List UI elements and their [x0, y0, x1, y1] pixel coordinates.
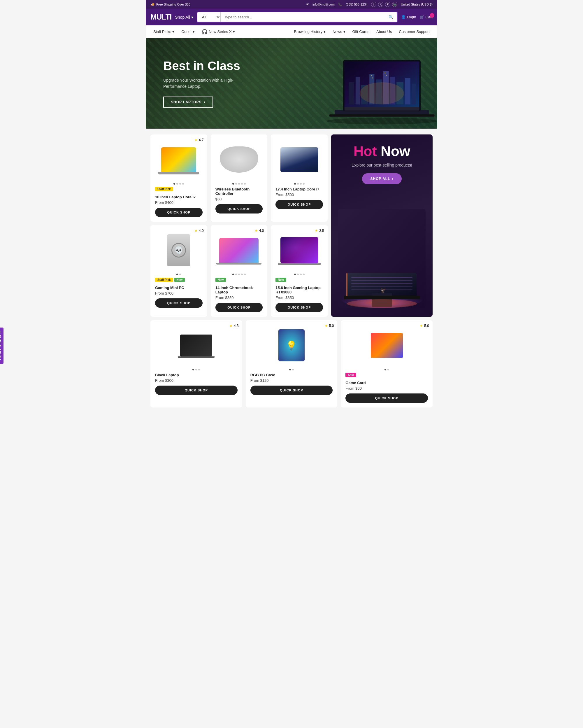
dot	[235, 274, 237, 275]
dot	[387, 369, 389, 370]
hero-title: Best in Class	[163, 59, 251, 73]
cart-button[interactable]: 🛒 Cart 1	[419, 15, 433, 19]
hero-subtitle: Upgrade Your Workstation with a High-Per…	[163, 77, 251, 89]
svg-rect-27	[351, 283, 413, 284]
game-card-image	[371, 333, 403, 358]
headphone-icon: 🎧	[202, 29, 207, 34]
svg-rect-7	[356, 77, 360, 104]
quick-shop-button-8[interactable]: QUICK SHOP	[250, 386, 333, 395]
product-image-5	[215, 230, 263, 271]
hot-pink-text: Hot	[354, 144, 377, 159]
quick-shop-button-6[interactable]: QUICK SHOP	[275, 303, 323, 312]
cart-icon: 🛒	[419, 15, 424, 19]
user-icon: 👤	[401, 15, 406, 19]
dot	[173, 183, 175, 185]
new-badge: New	[215, 278, 226, 282]
product-dots-5	[215, 274, 263, 275]
quick-shop-button-7[interactable]: QUICK SHOP	[155, 386, 238, 395]
star-icon: ★	[229, 324, 232, 328]
shop-all-button[interactable]: Shop All ▾	[175, 15, 193, 20]
hot-now-shop-all-button[interactable]: SHOP ALL ›	[362, 173, 401, 184]
product-card-6: ★ 3.5 New 15.6 Inch Gaming Laptop RTX308…	[271, 225, 328, 317]
black-laptop-image	[180, 335, 212, 357]
product-card-7: ★ 4.3 Black Laptop From $300 QUICK SHOP	[150, 320, 242, 408]
chevron-right-icon: ›	[392, 177, 393, 181]
mini-pc-image: 💀	[167, 234, 190, 266]
dot	[232, 274, 234, 275]
twitter-x-icon[interactable]: 𝕏	[378, 2, 383, 7]
product-price-2: $50	[215, 197, 263, 201]
social-icons: f 𝕏 P 📷	[371, 2, 397, 7]
navigation: Staff Picks ▾ Outlet ▾ 🎧 New Series X ▾ …	[146, 25, 437, 38]
dot	[241, 183, 243, 185]
product-name-7: Black Laptop	[155, 373, 238, 377]
chevron-right-icon: ›	[204, 100, 205, 104]
product-image-1	[155, 139, 202, 180]
star-icon: ★	[325, 324, 328, 328]
sale-badge: Sale	[345, 373, 356, 377]
nav-item-new-series-x[interactable]: 🎧 New Series X ▾	[199, 27, 238, 37]
product-image-9	[345, 325, 428, 366]
chevron-down-icon: ▾	[191, 15, 193, 20]
hot-white-text: Now	[381, 144, 410, 159]
quick-shop-button-2[interactable]: QUICK SHOP	[215, 204, 263, 213]
nav-item-staff-picks[interactable]: Staff Picks ▾	[150, 27, 177, 36]
quick-shop-button-3[interactable]: QUICK SHOP	[275, 200, 323, 209]
quick-shop-button-1[interactable]: QUICK SHOP	[155, 208, 202, 217]
svg-rect-17	[372, 78, 373, 78]
product-dots-3	[275, 183, 323, 185]
nav-item-gift-cards[interactable]: Gift Cards	[350, 27, 372, 36]
product-rating-9: ★ 5.0	[420, 324, 429, 328]
product-card-1: ★ 4.7 Staff Pick 16 Inch Laptop Core i7 …	[150, 134, 207, 222]
product-dots-1	[155, 183, 202, 185]
svg-rect-6	[349, 82, 354, 104]
chromebook-image	[219, 238, 258, 263]
product-price-5: From $350	[215, 295, 263, 300]
quick-shop-button-5[interactable]: QUICK SHOP	[215, 303, 263, 312]
product-name-8: RGB PC Case	[250, 373, 333, 377]
hero-content: Best in Class Upgrade Your Workstation w…	[146, 48, 268, 119]
dot	[195, 369, 197, 370]
product-dots-8	[250, 369, 333, 370]
dot	[179, 183, 181, 185]
controller-image	[220, 147, 258, 173]
search-input[interactable]	[221, 12, 385, 22]
logo[interactable]: MULTI	[150, 12, 172, 22]
pinterest-icon[interactable]: P	[385, 2, 390, 7]
phone-icon: 📞	[338, 3, 342, 6]
bottom-row: ★ 4.3 Black Laptop From $300 QUICK SHOP …	[150, 320, 433, 408]
nav-item-outlet[interactable]: Outlet ▾	[178, 27, 198, 36]
nav-item-customer-support[interactable]: Customer Support	[396, 27, 433, 36]
dot	[182, 183, 184, 185]
search-category-select[interactable]: All	[197, 12, 221, 22]
hero-cta-button[interactable]: SHOP LAPTOPS ›	[163, 97, 213, 108]
dot	[241, 274, 243, 275]
star-icon: ★	[194, 229, 198, 233]
search-button[interactable]: 🔍	[385, 12, 397, 22]
instagram-icon[interactable]: 📷	[392, 2, 397, 7]
svg-rect-14	[405, 78, 411, 104]
facebook-icon[interactable]: f	[371, 2, 376, 7]
nav-left: Staff Picks ▾ Outlet ▾ 🎧 New Series X ▾	[150, 27, 238, 37]
svg-point-0	[327, 118, 437, 125]
header: MULTI Shop All ▾ All 🔍 👤 Login 🛒 Cart 1	[146, 9, 437, 25]
badges-row-6: New	[275, 278, 323, 284]
nav-item-about-us[interactable]: About Us	[373, 27, 395, 36]
svg-rect-21	[344, 107, 419, 110]
hero-cta-label: SHOP LAPTOPS	[171, 100, 202, 104]
quick-shop-button-9[interactable]: QUICK SHOP	[345, 393, 428, 403]
products-section: ★ 4.7 Staff Pick 16 Inch Laptop Core i7 …	[146, 129, 437, 413]
nav-item-browsing-history[interactable]: Browsing History ▾	[291, 27, 329, 36]
login-button[interactable]: 👤 Login	[401, 15, 416, 19]
quick-shop-button-4[interactable]: QUICK SHOP	[155, 298, 202, 308]
badges-row-5: New	[215, 278, 263, 284]
product-name-6: 15.6 Inch Gaming Laptop RTX3080	[275, 286, 323, 294]
country-selector[interactable]: United States (USD $)	[401, 3, 433, 6]
email-icon: ✉	[306, 3, 309, 6]
chevron-down-icon: ▾	[343, 29, 345, 34]
svg-text:🦅: 🦅	[381, 288, 386, 293]
hot-subtitle: Explore our best-selling products!	[352, 163, 412, 167]
hot-now-card: Hot Now Explore our best-selling product…	[331, 134, 433, 317]
nav-item-news[interactable]: News ▾	[330, 27, 348, 36]
cart-badge: 1	[430, 13, 434, 18]
